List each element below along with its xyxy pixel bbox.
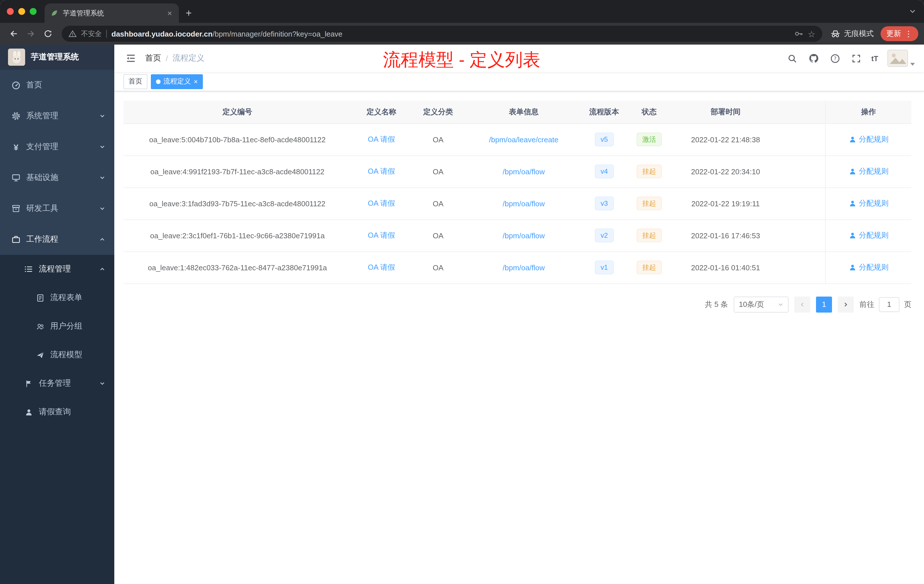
navbar-actions: ? tT (786, 50, 915, 67)
github-icon[interactable] (807, 52, 820, 64)
back-button[interactable] (6, 26, 22, 42)
list-icon (24, 265, 33, 274)
prev-page-button[interactable] (794, 296, 810, 312)
sidebar-item-payment[interactable]: ¥ 支付管理 (0, 132, 114, 162)
chevron-down-icon (99, 113, 105, 119)
page-size-select[interactable]: 10条/页 (734, 296, 789, 312)
deploy-time: 2022-01-22 20:34:10 (691, 167, 760, 176)
sidebar-item-workflow[interactable]: 工作流程 (0, 224, 114, 255)
assign-rule-link[interactable]: 分配规则 (848, 230, 889, 240)
version-badge: v4 (595, 165, 614, 178)
yen-icon: ¥ (12, 142, 21, 152)
url-text[interactable]: dashboard.yudao.iocoder.cn/bpm/manager/d… (111, 30, 789, 38)
help-icon[interactable]: ? (829, 52, 841, 64)
sidebar-item-label: 系统管理 (26, 111, 58, 121)
chevron-left-icon (799, 302, 805, 307)
col-header-status: 状态 (626, 101, 673, 124)
sidebar-item-home[interactable]: 首页 (0, 70, 114, 101)
incognito-label: 无痕模式 (844, 28, 874, 39)
sidebar-logo[interactable]: 芋道管理系统 (0, 45, 114, 70)
form-link[interactable]: /bpm/oa/flow (503, 199, 544, 208)
definition-name-link[interactable]: OA 请假 (368, 199, 395, 208)
browser-toolbar: 不安全 dashboard.yudao.iocoder.cn/bpm/manag… (0, 23, 924, 45)
warning-icon (69, 30, 77, 38)
sidebar-item-label: 研发工具 (26, 203, 58, 214)
sidebar-item-label: 任务管理 (39, 378, 71, 389)
sidebar-item-system[interactable]: 系统管理 (0, 101, 114, 132)
chevron-down-icon (99, 144, 105, 150)
table-row: oa_leave:1:482ec033-762a-11ec-8477-a2380… (124, 251, 911, 284)
breadcrumb-home[interactable]: 首页 (145, 53, 161, 63)
sidebar-item-label: 首页 (26, 80, 42, 90)
tag-home[interactable]: 首页 (124, 74, 147, 89)
page-number-button[interactable]: 1 (816, 296, 832, 312)
tag-process-definition[interactable]: 流程定义 × (151, 74, 203, 89)
assign-rule-link[interactable]: 分配规则 (848, 262, 889, 272)
assign-rule-link[interactable]: 分配规则 (848, 134, 889, 144)
font-size-icon[interactable]: tT (871, 54, 878, 63)
goto-unit: 页 (904, 299, 911, 309)
assign-rule-link[interactable]: 分配规则 (848, 166, 889, 176)
definition-category: OA (433, 263, 444, 272)
sidebar-item-task-management[interactable]: 任务管理 (0, 369, 114, 398)
close-window-button[interactable] (7, 8, 14, 15)
sidebar-item-process-model[interactable]: 流程模型 (0, 341, 114, 369)
chevron-down-icon (99, 381, 105, 386)
form-link[interactable]: /bpm/oa/flow (503, 263, 544, 272)
form-link[interactable]: /bpm/oa/flow (503, 231, 544, 240)
sidebar-item-leave-query[interactable]: 请假查询 (0, 398, 114, 426)
col-header-category: 定义分类 (411, 101, 465, 124)
definition-name-link[interactable]: OA 请假 (368, 263, 395, 271)
form-link[interactable]: /bpm/oa/leave/create (489, 135, 559, 144)
tag-close-icon[interactable]: × (194, 78, 198, 85)
sidebar-item-user-group[interactable]: 用户分组 (0, 312, 114, 341)
goto-page-input[interactable] (879, 297, 899, 312)
browser-tab[interactable]: 芋道管理系统 × (45, 3, 179, 23)
avatar (888, 50, 908, 67)
page-content: 定义编号 定义名称 定义分类 表单信息 流程版本 状态 部署时间 操作 (114, 91, 924, 312)
definition-name-link[interactable]: OA 请假 (368, 167, 395, 175)
definition-id: oa_leave:2:3c1f0ef1-76b1-11ec-9c66-a2380… (150, 231, 325, 240)
tab-close-icon[interactable]: × (166, 8, 173, 18)
update-menu-button[interactable]: 更新 ⋮ (881, 26, 918, 41)
app-title: 芋道管理系统 (31, 52, 79, 62)
minimize-window-button[interactable] (18, 8, 25, 15)
form-link[interactable]: /bpm/oa/flow (503, 167, 544, 176)
chevron-up-icon (99, 266, 105, 272)
deploy-time: 2022-01-22 21:48:38 (691, 135, 760, 144)
fullscreen-icon[interactable] (850, 52, 862, 64)
search-icon[interactable] (786, 52, 798, 64)
address-bar[interactable]: 不安全 dashboard.yudao.iocoder.cn/bpm/manag… (62, 26, 822, 42)
tab-search-icon[interactable] (909, 0, 916, 23)
next-page-button[interactable] (838, 296, 854, 312)
assign-rule-link[interactable]: 分配规则 (848, 198, 889, 208)
table-row: oa_leave:4:991f2193-7b7f-11ec-a3c8-acde4… (124, 155, 911, 187)
incognito-badge: 无痕模式 (830, 28, 874, 39)
sidebar-item-process-form[interactable]: 流程表单 (0, 284, 114, 312)
zoom-window-button[interactable] (30, 8, 36, 15)
definition-name-link[interactable]: OA 请假 (368, 135, 395, 144)
user-menu[interactable] (888, 50, 915, 67)
definition-id: oa_leave:5:004b710b-7b8a-11ec-8ef0-acde4… (149, 135, 326, 144)
workflow-submenu: 流程管理 流程表单 用户分组 (0, 255, 114, 584)
col-header-time: 部署时间 (673, 101, 779, 124)
tags-view: 首页 流程定义 × (114, 72, 924, 91)
definition-category: OA (433, 231, 444, 240)
screen: 芋道管理系统 × + 不安全 dashboard.yudao.iocoder.c… (0, 0, 924, 584)
col-header-form: 表单信息 (465, 101, 583, 124)
paper-plane-icon (35, 350, 45, 360)
definition-name-link[interactable]: OA 请假 (368, 231, 395, 239)
bookmark-star-icon[interactable]: ☆ (808, 30, 815, 38)
reload-button[interactable] (40, 26, 56, 42)
sidebar-toggle-icon[interactable] (124, 51, 138, 66)
sidebar-item-devtools[interactable]: 研发工具 (0, 193, 114, 224)
definition-id: oa_leave:3:1fad3d93-7b75-11ec-a3c8-acde4… (149, 199, 325, 208)
new-tab-button[interactable]: + (179, 3, 198, 23)
sidebar-item-process-management[interactable]: 流程管理 (0, 255, 114, 284)
security-label[interactable]: 不安全 (81, 29, 102, 39)
forward-button[interactable] (23, 26, 39, 42)
sidebar-item-label: 基础设施 (26, 173, 58, 183)
sidebar-item-infrastructure[interactable]: 基础设施 (0, 162, 114, 193)
password-key-icon[interactable] (794, 29, 803, 38)
definition-id: oa_leave:1:482ec033-762a-11ec-8477-a2380… (148, 263, 327, 272)
